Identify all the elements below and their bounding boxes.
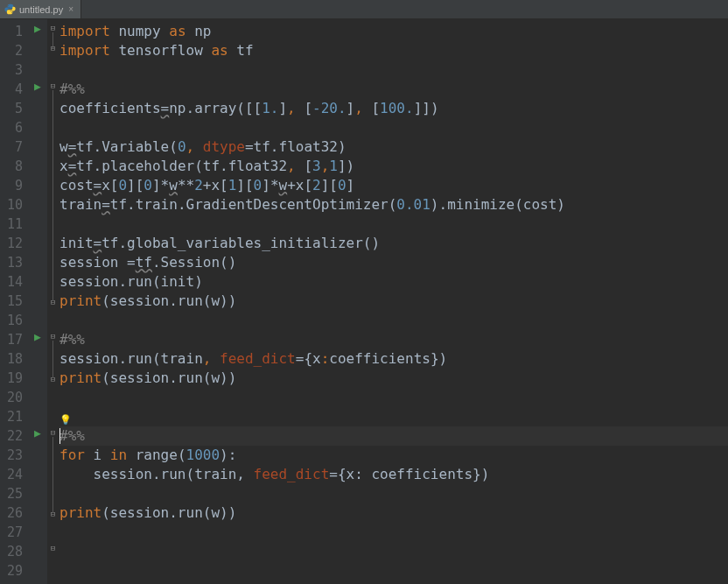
fold-line <box>52 341 53 377</box>
line-number: 24 <box>0 465 23 484</box>
line-number: 11 <box>0 215 23 234</box>
line-number: 5 <box>0 99 23 118</box>
run-gutter-slot <box>28 212 47 231</box>
fold-mark-icon[interactable]: ⊟ <box>49 299 57 306</box>
run-gutter-slot <box>28 347 47 366</box>
code-line[interactable] <box>60 311 728 330</box>
line-number: 9 <box>0 176 23 195</box>
code-line[interactable]: #%% <box>60 426 728 446</box>
code-line[interactable] <box>60 118 728 137</box>
line-number: 13 <box>0 253 23 272</box>
line-number: 7 <box>0 137 23 157</box>
run-gutter-slot <box>28 385 47 405</box>
code-line[interactable]: import numpy as np <box>60 22 728 41</box>
line-number: 27 <box>0 523 23 542</box>
text-caret <box>60 428 60 444</box>
run-gutter-slot <box>28 501 47 520</box>
code-line[interactable] <box>60 561 728 580</box>
code-line[interactable]: session.run(train, feed_dict={x: coeffic… <box>60 465 728 484</box>
line-number-gutter: 1234567891011121314151617181920212223242… <box>0 19 28 584</box>
code-line[interactable]: print(session.run(w)) <box>60 292 728 311</box>
code-line[interactable]: x=tf.placeholder(tf.float32, [3,1]) <box>60 157 728 176</box>
code-line[interactable]: session.run(train, feed_dict={x:coeffici… <box>60 349 728 369</box>
code-line[interactable]: session =tf.Session() <box>60 253 728 272</box>
run-gutter-slot <box>28 58 47 77</box>
line-number: 15 <box>0 292 23 311</box>
fold-mark-icon[interactable]: ⊟ <box>49 545 57 552</box>
run-cell-icon[interactable]: ▶ <box>28 19 47 39</box>
line-number: 8 <box>0 157 23 176</box>
code-line[interactable]: cost=x[0][0]*w**2+x[1][0]*w+x[2][0] <box>60 176 728 195</box>
run-gutter-slot <box>28 443 47 462</box>
run-gutter-slot <box>28 96 47 116</box>
code-line[interactable]: w=tf.Variable(0, dtype=tf.float32) <box>60 137 728 157</box>
code-line[interactable] <box>60 60 728 80</box>
fold-mark-icon[interactable]: ⊟ <box>49 25 57 32</box>
fold-line <box>52 437 53 512</box>
code-line[interactable]: session.run(init) <box>60 272 728 292</box>
file-tab-label: untitled.py <box>19 4 63 15</box>
line-number: 16 <box>0 311 23 330</box>
line-number: 10 <box>0 195 23 215</box>
line-number: 29 <box>0 561 23 580</box>
run-gutter-slot <box>28 154 47 173</box>
line-number: 3 <box>0 60 23 80</box>
line-number: 25 <box>0 484 23 503</box>
run-cell-icon[interactable]: ▶ <box>28 77 47 96</box>
run-gutter-slot <box>28 116 47 135</box>
line-number: 14 <box>0 272 23 292</box>
line-number: 28 <box>0 542 23 561</box>
fold-line <box>52 90 53 300</box>
line-number: 23 <box>0 446 23 465</box>
run-gutter-slot <box>28 462 47 482</box>
run-cell-icon[interactable]: ▶ <box>28 327 47 347</box>
run-gutter-slot <box>28 193 47 212</box>
code-line[interactable] <box>60 215 728 234</box>
code-line[interactable]: #%% <box>60 330 728 349</box>
code-line[interactable] <box>60 523 728 542</box>
line-number: 18 <box>0 349 23 369</box>
fold-mark-icon[interactable]: ⊟ <box>49 82 57 90</box>
line-number: 26 <box>0 503 23 523</box>
code-line[interactable]: print(session.run(w)) <box>60 503 728 523</box>
fold-mark-icon[interactable]: ⊟ <box>49 45 57 53</box>
line-number: 6 <box>0 118 23 137</box>
line-number: 22 <box>0 426 23 446</box>
line-number: 4 <box>0 80 23 99</box>
code-line[interactable]: import tensorflow as tf <box>60 41 728 60</box>
fold-mark-icon[interactable]: ⊟ <box>49 333 57 341</box>
run-gutter-slot <box>28 39 47 58</box>
code-line[interactable]: coefficients=np.array([[1.], [-20.], [10… <box>60 99 728 118</box>
code-line[interactable]: 💡 <box>60 407 728 426</box>
fold-mark-icon[interactable]: ⊟ <box>49 429 57 437</box>
tab-bar: untitled.py × <box>0 0 728 19</box>
python-file-icon <box>4 4 16 16</box>
run-gutter-slot <box>28 539 47 559</box>
code-line[interactable]: init=tf.global_variables_initializer() <box>60 234 728 253</box>
code-area[interactable]: import numpy as npimport tensorflow as t… <box>60 19 728 584</box>
fold-mark-icon[interactable]: ⊟ <box>49 376 57 383</box>
line-number: 2 <box>0 41 23 60</box>
run-cell-icon[interactable]: ▶ <box>28 424 47 443</box>
run-gutter-slot <box>28 250 47 270</box>
run-gutter: ▶ ▶ ▶ ▶ <box>28 19 47 584</box>
run-gutter-slot <box>28 366 47 385</box>
line-number: 17 <box>0 330 23 349</box>
code-line[interactable]: for i in range(1000): <box>60 446 728 465</box>
code-line[interactable]: print(session.run(w)) <box>60 369 728 388</box>
code-line[interactable] <box>60 484 728 503</box>
close-icon[interactable]: × <box>66 5 75 14</box>
code-line[interactable]: train=tf.train.GradientDescentOptimizer(… <box>60 195 728 215</box>
code-line[interactable]: #%% <box>60 80 728 99</box>
line-number: 21 <box>0 407 23 426</box>
code-line[interactable] <box>60 388 728 407</box>
line-number: 19 <box>0 369 23 388</box>
fold-mark-icon[interactable]: ⊟ <box>49 510 57 518</box>
run-gutter-slot <box>28 559 47 578</box>
code-editor[interactable]: 1234567891011121314151617181920212223242… <box>0 19 728 584</box>
code-line[interactable] <box>60 542 728 561</box>
line-number: 12 <box>0 234 23 253</box>
fold-gutter: ⊟ ⊟ ⊟ ⊟ ⊟ ⊟ ⊟ ⊟ ⊟ <box>47 19 60 584</box>
run-gutter-slot <box>28 270 47 289</box>
file-tab[interactable]: untitled.py × <box>0 0 81 18</box>
